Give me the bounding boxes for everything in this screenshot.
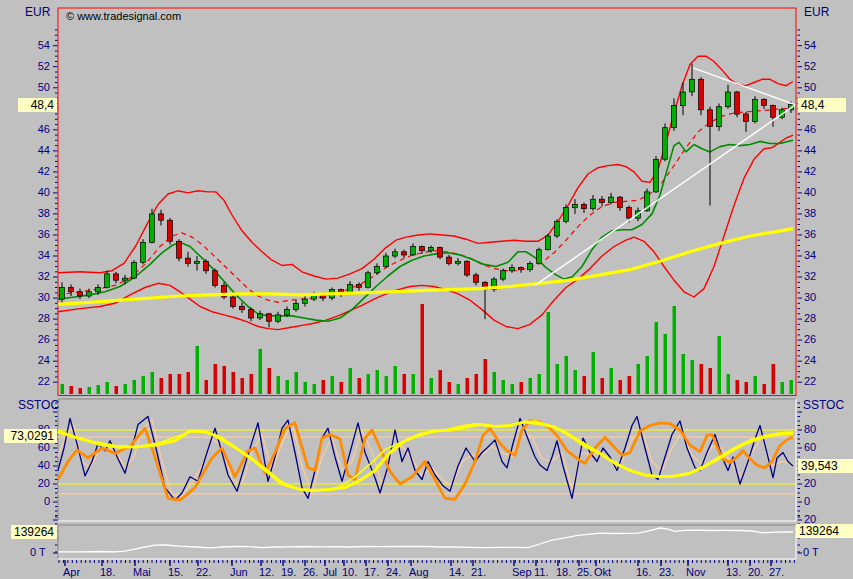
price-tick-label: 52 [804,60,816,73]
time-axis-label: Aug [409,566,429,578]
price-tick-label: 44 [28,144,50,157]
time-axis-label: 13. [726,566,741,578]
price-tick-label: 38 [28,207,50,220]
price-tick-label: 24 [804,354,816,367]
price-tick-label: 34 [804,249,816,262]
last-price-box-left: 48,4 [18,98,57,112]
time-axis-label: 27. [769,566,784,578]
sstoc-tick-label: 20 [28,477,50,490]
time-axis-label: 17. [364,566,379,578]
time-axis-label: Nov [686,566,706,578]
chart-canvas[interactable] [0,0,853,579]
panel-borders [58,8,796,559]
volume-line-layer [58,528,793,552]
price-tick-label: 50 [28,81,50,94]
price-tick-label: 28 [28,312,50,325]
sstoc-value-box-right: 39,543 [798,459,853,473]
time-axis-label: 24. [386,566,401,578]
time-axis-label: 16. [636,566,651,578]
price-tick-label: 36 [28,228,50,241]
price-tick-label: 22 [28,375,50,388]
volume-bars-layer [61,304,794,394]
last-price-box-right: 48,4 [798,98,846,112]
price-tick-label: 28 [804,312,816,325]
time-axis-label: 26. [303,566,318,578]
time-axis-label: Apr [63,566,80,578]
price-tick-label: 54 [28,39,50,52]
price-tick-label: 40 [804,186,816,199]
time-axis-label: 19. [281,566,296,578]
copyright-text: © www.tradesignal.com [66,10,181,23]
price-tick-label: 46 [804,123,816,136]
time-axis-label: 22. [196,566,211,578]
time-axis-label: 10. [342,566,357,578]
time-axis-label: 15. [168,566,183,578]
price-tick-label: 30 [804,291,816,304]
price-tick-label: 42 [28,165,50,178]
time-axis-label: Sep [512,566,532,578]
price-tick-label: 46 [28,123,50,136]
candles-layer [60,64,794,328]
sstoc-tick-label: 60 [804,441,816,454]
time-axis-label: 11. [534,566,548,578]
sstoc-value-box-left: 73,0291 [4,429,57,443]
tradesignal-chart-window: EUR EUR © www.tradesignal.com SSTOC SSTO… [0,0,853,579]
sstoc-tick-label: 20 [804,477,816,490]
sstoc-title-left: SSTOC [18,399,59,412]
time-axis-label: Jul [323,566,337,578]
price-tick-label: 50 [804,81,816,94]
time-axis-label: 18. [100,566,115,578]
time-axis-label: 20. [748,566,763,578]
price-tick-label: 54 [804,39,816,52]
price-tick-label: 24 [28,354,50,367]
price-tick-label: 40 [28,186,50,199]
sstoc-tick-label: 0 [804,495,810,508]
price-tick-label: 32 [804,270,816,283]
time-axis-label: 12. [259,566,274,578]
volume-value-box-right: 139264 [796,524,853,538]
time-axis-label: 18. [556,566,571,578]
volume-value-box-left: 139264 [11,525,57,539]
price-tick-label: 38 [804,207,816,220]
time-axis-label: 25. [577,566,592,578]
time-axis-label: Mai [133,566,151,578]
time-axis-label: 21. [471,566,486,578]
volume-zero-label-right: 0 T [803,546,819,559]
time-axis-label: Okt [594,566,611,578]
price-tick-label: 52 [28,60,50,73]
price-tick-label: 44 [804,144,816,157]
price-tick-label: 42 [804,165,816,178]
price-tick-label: 30 [28,291,50,304]
sstoc-tick-label: 0 [28,495,50,508]
price-tick-label: 26 [804,333,816,346]
sstoc-tick-label: 80 [804,423,816,436]
time-axis-label: 23. [659,566,674,578]
currency-label-right: EUR [804,6,829,19]
time-axis-label: 14. [449,566,464,578]
volume-zero-label-left: 0 T [30,546,46,559]
price-tick-label: 26 [28,333,50,346]
sstoc-title-right: SSTOC [803,399,844,412]
price-tick-label: 32 [28,270,50,283]
currency-label-left: EUR [25,6,50,19]
price-tick-label: 22 [804,375,816,388]
time-axis-label: Jun [230,566,248,578]
stochastic-layer [58,417,796,501]
sstoc-tick-label: 40 [28,459,50,472]
price-tick-label: 34 [28,249,50,262]
price-tick-label: 36 [804,228,816,241]
